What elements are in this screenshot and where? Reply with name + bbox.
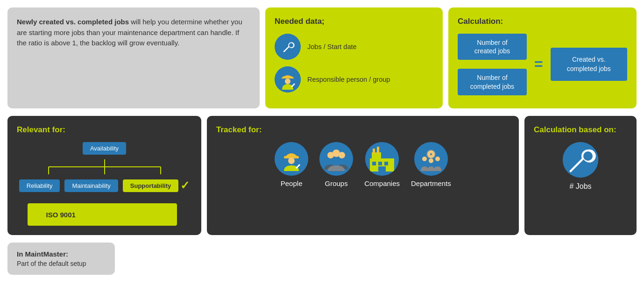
people-icon (275, 142, 308, 176)
description-bold: Newly created vs. completed jobs (17, 18, 129, 26)
svg-rect-26 (378, 166, 386, 172)
svg-rect-21 (373, 149, 375, 154)
tracked-item-groups: Groups (319, 142, 353, 187)
svg-point-3 (285, 79, 290, 84)
calc-based-card: Calculation based on: # Jobs (524, 116, 637, 235)
relevant-title: Relevant for: (17, 125, 192, 135)
iso-bar: ISO 9001 ✓ (28, 203, 177, 226)
tracked-item-companies-label: Companies (364, 179, 400, 187)
svg-point-31 (422, 157, 427, 161)
calc-inner: Number of created jobs Number of complet… (458, 34, 627, 95)
needed-item-person: Responsible person / group (275, 66, 433, 93)
svg-point-17 (339, 152, 345, 158)
tracked-item-people-label: People (281, 179, 303, 187)
groups-icon (319, 142, 353, 176)
calculation-title: Calculation: (458, 17, 627, 26)
person-icon (275, 66, 301, 93)
needed-item-person-label: Responsible person / group (307, 76, 390, 83)
tracked-item-departments: Departments (411, 142, 451, 187)
svg-point-30 (430, 153, 432, 156)
companies-icon (365, 142, 399, 176)
calc-based-icon (563, 142, 598, 178)
calculation-card: Calculation: Number of created jobs Numb… (448, 7, 637, 108)
calc-boxes: Number of created jobs Number of complet… (458, 34, 527, 95)
departments-icon (414, 142, 448, 176)
tree-node-supportability: Supportability (123, 179, 178, 192)
jobs-icon (275, 34, 301, 60)
calc-based-label: # Jobs (569, 182, 591, 191)
tree-diagram: Availability Reliability Maintainability… (17, 142, 192, 226)
check-mark-supportability: ✓ (180, 179, 190, 192)
needed-item-jobs: Jobs / Start date (275, 34, 433, 60)
needed-item-jobs-label: Jobs / Start date (307, 43, 357, 50)
equals-sign: = (534, 56, 543, 73)
tree-top: Availability (83, 142, 126, 155)
calc-result: Created vs. completed jobs (551, 48, 627, 81)
svg-rect-23 (372, 162, 376, 165)
tracked-title: Tracked for: (216, 125, 510, 135)
tracked-item-groups-label: Groups (325, 179, 348, 187)
footer-card: In MaintMaster: Part of the default setu… (7, 243, 115, 275)
needed-data-title: Needed data; (275, 17, 433, 26)
svg-rect-24 (378, 162, 382, 165)
calc-based-inner: # Jobs (534, 142, 627, 191)
svg-point-32 (429, 158, 433, 163)
iso-label: ISO 9001 (46, 211, 76, 219)
tree-node-reliability: Reliability (19, 179, 60, 192)
calc-box-created: Number of created jobs (458, 34, 527, 60)
footer-text: Part of the default setup (17, 260, 106, 267)
tracked-card: Tracked for: Peo (207, 116, 519, 235)
description-card: Newly created vs. completed jobs will he… (7, 7, 260, 108)
footer-title: In MaintMaster: (17, 250, 106, 258)
svg-point-33 (435, 157, 440, 161)
relevant-card: Relevant for: Availability Reliability M… (7, 116, 201, 235)
needed-data-card: Needed data; Jobs / Start date (265, 7, 443, 108)
svg-rect-25 (384, 162, 388, 165)
tree-node-availability: Availability (83, 142, 126, 155)
svg-rect-22 (377, 147, 379, 154)
calc-based-title: Calculation based on: (534, 125, 627, 135)
check-mark-iso: ✓ (149, 208, 158, 221)
tracked-item-departments-label: Departments (411, 179, 451, 187)
tracked-item-companies: Companies (364, 142, 400, 187)
tree-bottom-nodes: Reliability Maintainability Supportabili… (19, 179, 190, 192)
calc-box-completed: Number of completed jobs (458, 69, 527, 95)
tree-node-maintainability: Maintainability (64, 179, 118, 192)
svg-point-12 (288, 157, 295, 164)
tracked-item-people: People (275, 142, 308, 187)
tracked-icons: People Groups (216, 142, 510, 187)
tree-lines-svg (21, 159, 189, 174)
